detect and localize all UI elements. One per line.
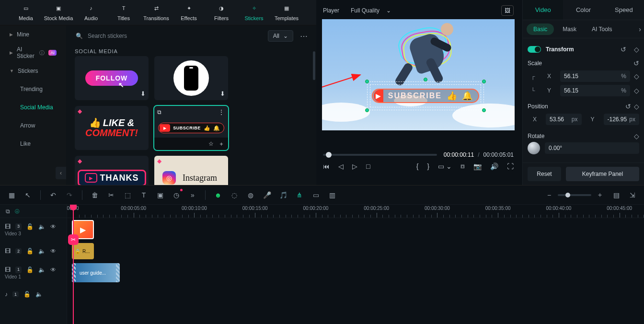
rotate-knob[interactable] (528, 142, 540, 154)
delete-button[interactable]: 🗑 (90, 190, 100, 200)
lock-icon[interactable]: 🔓 (26, 223, 34, 230)
revert-icon[interactable]: ↺ (633, 59, 639, 67)
subtab-ai-tools[interactable]: AI Tools (585, 23, 619, 35)
resize-handle[interactable] (482, 108, 486, 112)
timeline-tracks[interactable]: 00:0000:00:05:0000:00:10:0000:00:15:0000… (67, 205, 644, 324)
sticker-tile-phone[interactable]: ⬇ (154, 56, 228, 100)
tool-select[interactable]: ↖ (23, 190, 33, 200)
scrollbar[interactable] (313, 51, 315, 80)
search-input[interactable]: 🔍 Search stickers (73, 31, 263, 41)
inspector-tab-speed[interactable]: Speed (604, 0, 644, 20)
track-header-video2[interactable]: 🎞2🔓🔈👁 (0, 241, 67, 261)
tab-media[interactable]: ▭Media (11, 2, 41, 22)
resize-handle[interactable] (365, 80, 369, 83)
group-button[interactable]: ▣ (155, 190, 165, 200)
rotate-input[interactable]: 0.00° (545, 142, 639, 154)
revert-icon[interactable]: ↺ (621, 46, 626, 53)
visibility-icon[interactable]: 👁 (50, 248, 56, 255)
zoom-in-button[interactable]: ＋ (595, 190, 605, 200)
inspector-tab-color[interactable]: Color (563, 0, 603, 20)
lock-icon[interactable]: 🔓 (26, 248, 34, 255)
zoom-knob[interactable] (565, 193, 570, 197)
crop-button[interactable]: ⬚ (123, 190, 132, 200)
keyframe-icon[interactable]: ◇ (634, 87, 639, 94)
subtab-basic[interactable]: Basic (527, 23, 554, 35)
tab-transitions[interactable]: ⇄Transitions (141, 2, 172, 22)
voice-button[interactable]: 🎤 (262, 190, 272, 200)
track-add-icon[interactable]: ⧉ (6, 208, 10, 215)
position-y-input[interactable]: -126.95px (604, 114, 640, 125)
resize-handle[interactable] (365, 108, 369, 112)
quality-dropdown[interactable]: Full Quality⌄ (347, 5, 395, 16)
track-video2[interactable]: 🔒R... (67, 241, 644, 261)
track-header-audio1[interactable]: ♪1🔓🔈 (0, 284, 67, 304)
download-icon[interactable]: ⬇ (220, 90, 225, 97)
add-icon[interactable]: ＋ (218, 140, 224, 148)
tile-menu-icon[interactable]: ⋮ (218, 109, 224, 116)
track-video1[interactable]: user guide... (67, 261, 644, 284)
marker-button[interactable]: ▭ (311, 190, 321, 200)
keyframe-icon[interactable]: ◇ (634, 132, 639, 140)
selected-overlay[interactable]: ▶ SUBSCRIBE 👍 🔔 (370, 84, 481, 107)
ai-avatar-button[interactable]: ☻ (213, 190, 223, 200)
seek-bar[interactable] (323, 150, 437, 159)
lock-icon[interactable]: 🔓 (23, 291, 31, 298)
keyframe-icon[interactable]: ◇ (634, 103, 639, 110)
scale-x-input[interactable]: 56.15% (560, 70, 630, 82)
redo-button[interactable]: ↷ (65, 190, 74, 200)
text-button[interactable]: T (139, 190, 149, 200)
preview-canvas[interactable]: ▶ SUBSCRIBE 👍 🔔 (322, 19, 515, 130)
split-button[interactable]: ✂ (106, 190, 116, 200)
more-tools-button[interactable]: » (188, 190, 197, 200)
sticker-tile-subscribe[interactable]: ⧉ ⋮ ▶ SUBSCRIBE 👍 🔔 ☆ ＋ (154, 106, 228, 150)
sidebar-collapse-button[interactable]: ‹ (56, 167, 66, 179)
tab-titles[interactable]: TTitles (108, 2, 139, 22)
speed-button[interactable]: ◷ (172, 190, 181, 200)
zoom-out-button[interactable]: − (544, 190, 554, 200)
subtab-mask[interactable]: Mask (556, 23, 583, 35)
color-button[interactable]: ◌ (230, 190, 239, 200)
music-button[interactable]: 🎵 (278, 190, 288, 200)
undo-button[interactable]: ↶ (48, 190, 58, 200)
rotate-handle[interactable] (424, 78, 427, 81)
download-icon[interactable]: ⬇ (140, 90, 146, 97)
transform-toggle[interactable] (528, 46, 541, 53)
revert-icon[interactable]: ↺ (625, 103, 631, 110)
tool-layout[interactable]: ▦ (7, 190, 16, 200)
reset-button[interactable]: Reset (528, 167, 561, 181)
clip-effect[interactable]: 🔒R... (72, 243, 94, 259)
tab-audio[interactable]: ♪Audio (76, 2, 106, 22)
sidebar-mine[interactable]: ▶Mine (0, 25, 66, 44)
sticker-tile-instagram[interactable]: ◆ ◎ Instagram (154, 156, 228, 185)
sidebar-ai-sticker[interactable]: ▶AI StickerⓘAI (0, 44, 66, 62)
subtabs-more-icon[interactable]: › (639, 25, 641, 33)
play-button[interactable]: ▷ (352, 162, 357, 170)
visibility-icon[interactable]: 👁 (50, 223, 56, 230)
fullscreen-button[interactable]: ⛶ (507, 162, 514, 170)
view-options-button[interactable]: ▤ (611, 190, 621, 200)
snapshot-button[interactable]: 📷 (473, 162, 482, 170)
link-bottom-icon[interactable]: └ (528, 87, 538, 94)
mute-icon[interactable]: 🔈 (38, 223, 46, 230)
snapshot-button[interactable]: ▥ (327, 190, 337, 200)
tab-stickers[interactable]: ✧Stickers (239, 2, 269, 22)
magic-cut-button[interactable]: ⋔ (295, 190, 304, 200)
mark-out-button[interactable]: } (427, 162, 429, 170)
keyframe-icon[interactable]: ◇ (634, 72, 639, 80)
volume-button[interactable]: 🔊 (490, 162, 498, 170)
track-header-video1[interactable]: 🎞1🔓🔈👁 Video 1 (0, 261, 67, 284)
sidebar-stickers[interactable]: ▼Stickers (0, 62, 66, 80)
preview-icon[interactable]: ⧉ (157, 109, 161, 116)
position-x-input[interactable]: 53.56px (546, 114, 582, 125)
sidebar-sub-trending[interactable]: Trending (0, 80, 66, 98)
ratio-button[interactable]: ▭ ⌄ (438, 162, 452, 170)
tab-filters[interactable]: ◑Filters (206, 2, 237, 22)
tab-templates[interactable]: ▦Templates (271, 2, 302, 22)
playhead[interactable] (73, 205, 74, 324)
sidebar-sub-arrow[interactable]: Arrow (0, 116, 66, 135)
tab-effects[interactable]: ✦Effects (173, 2, 204, 22)
more-menu-button[interactable]: ⋯ (298, 32, 310, 41)
mark-in-button[interactable]: { (416, 162, 419, 170)
zoom-slider[interactable] (558, 194, 591, 196)
keyframe-icon[interactable]: ◇ (634, 46, 639, 53)
